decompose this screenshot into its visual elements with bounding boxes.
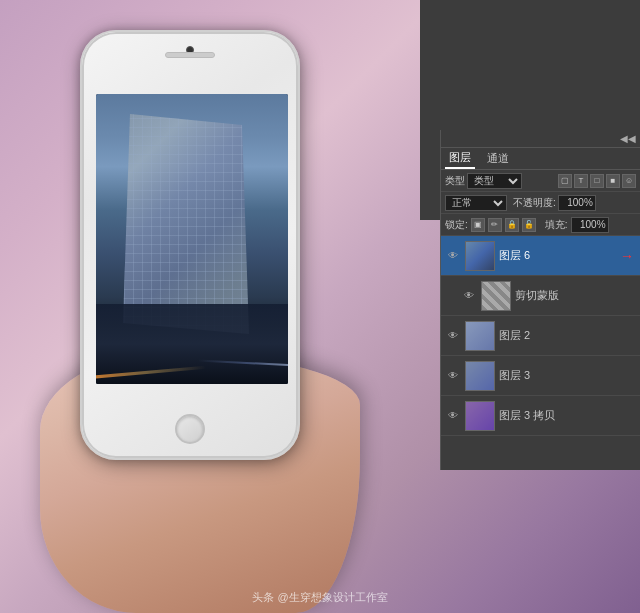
layer-thumb-6 (465, 241, 495, 271)
lock-icon-1[interactable]: ▣ (471, 218, 485, 232)
panel-header: ◀◀ (441, 130, 640, 148)
building-mesh (116, 114, 256, 334)
opacity-label: 不透明度: (513, 196, 556, 210)
type-row: 类型 类型 ▢ T □ ■ ☺ (441, 170, 640, 192)
lock-icon-3[interactable]: 🔒 (505, 218, 519, 232)
watermark: 头条 @生穿想象设计工作室 (0, 590, 640, 605)
phone-speaker (165, 52, 215, 58)
layer-item-clipping[interactable]: 👁 剪切蒙版 (441, 276, 640, 316)
layer-thumb-3copy (465, 401, 495, 431)
icon-t5[interactable]: ☺ (622, 174, 636, 188)
layer-name-clipping: 剪切蒙版 (515, 288, 636, 303)
phone-container (50, 20, 350, 590)
type-dropdown[interactable]: 类型 (467, 173, 522, 189)
type-label: 类型 (445, 174, 465, 188)
layer-name-3: 图层 3 (499, 368, 636, 383)
layer-name-6: 图层 6 (499, 248, 636, 263)
blend-mode-dropdown[interactable]: 正常 (445, 195, 507, 211)
watermark-text: 头条 @生穿想象设计工作室 (252, 591, 387, 603)
fill-label: 填充: (545, 218, 568, 232)
layer-thumb-2 (465, 321, 495, 351)
icon-t1[interactable]: ▢ (558, 174, 572, 188)
icon-t3[interactable]: □ (590, 174, 604, 188)
phone-screen (96, 94, 288, 384)
icon-t2[interactable]: T (574, 174, 588, 188)
fill-input[interactable] (571, 217, 609, 233)
ps-layers-panel: ◀◀ 图层 通道 类型 类型 ▢ T □ ■ ☺ 正常 不透明度: 锁定: ▣ … (440, 130, 640, 470)
lock-icon-2[interactable]: ✏ (488, 218, 502, 232)
panel-tabs: 图层 通道 (441, 148, 640, 170)
building-image (96, 94, 288, 384)
tab-channels[interactable]: 通道 (483, 149, 513, 168)
layer-item-3copy[interactable]: 👁 图层 3 拷贝 (441, 396, 640, 436)
layer-eye-6[interactable]: 👁 (445, 248, 461, 264)
phone-body (80, 30, 300, 460)
opacity-input[interactable] (558, 195, 596, 211)
red-arrow-6: → (620, 248, 634, 264)
layer-thumb-3 (465, 361, 495, 391)
layer-eye-clipping[interactable]: 👁 (461, 288, 477, 304)
layer-eye-2[interactable]: 👁 (445, 328, 461, 344)
lock-label: 锁定: (445, 218, 468, 232)
layer-name-2: 图层 2 (499, 328, 636, 343)
collapse-icon[interactable]: ◀◀ (620, 133, 636, 144)
layer-name-3copy: 图层 3 拷贝 (499, 408, 636, 423)
layer-item-3[interactable]: 👁 图层 3 (441, 356, 640, 396)
tab-layers[interactable]: 图层 (445, 148, 475, 169)
layer-item-2[interactable]: 👁 图层 2 (441, 316, 640, 356)
lock-icon-4[interactable]: 🔓 (522, 218, 536, 232)
layer-eye-3[interactable]: 👁 (445, 368, 461, 384)
lock-fill-row: 锁定: ▣ ✏ 🔒 🔓 填充: (441, 214, 640, 236)
blend-opacity-row: 正常 不透明度: (441, 192, 640, 214)
phone-home-button[interactable] (175, 414, 205, 444)
layer-item-6[interactable]: 👁 图层 6 → (441, 236, 640, 276)
icon-t4[interactable]: ■ (606, 174, 620, 188)
layer-thumb-clipping (481, 281, 511, 311)
layers-list: 👁 图层 6 → 👁 剪切蒙版 👁 图层 2 👁 (441, 236, 640, 436)
layer-eye-3copy[interactable]: 👁 (445, 408, 461, 424)
